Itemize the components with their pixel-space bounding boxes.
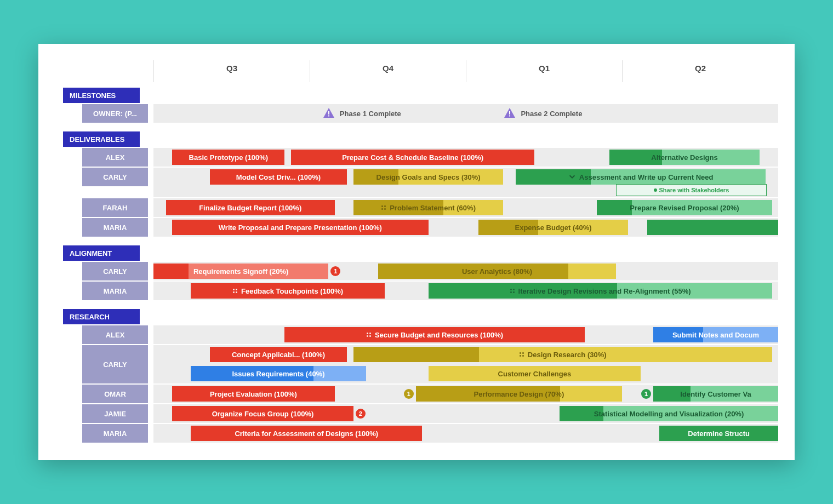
quarter-column: Q2 — [622, 60, 778, 82]
gantt-bar[interactable]: Concept Applicabl... (100%) — [210, 347, 347, 362]
bar-label: User Analytics (80%) — [462, 267, 532, 276]
gantt-bar[interactable]: Determine Structu — [659, 426, 778, 441]
gantt-track: Phase 1 CompletePhase 2 Complete — [153, 104, 778, 123]
gantt-bar[interactable]: Secure Budget and Resources (100%) — [284, 327, 584, 342]
gantt-bar[interactable]: Problem Statement (60%) — [353, 200, 504, 215]
gantt-bar[interactable]: Alternative Designs — [609, 150, 760, 165]
bar-label: Statistical Modelling and Visualization … — [594, 410, 744, 418]
row-owner-label[interactable]: MARIA — [82, 424, 148, 443]
bar-label: Problem Statement (60%) — [390, 204, 476, 212]
row-owner-label[interactable]: CARLY — [82, 345, 148, 383]
gantt-rows: MILESTONESOWNER: (P...Phase 1 CompletePh… — [55, 88, 778, 444]
bar-label: Model Cost Driv... (100%) — [236, 173, 321, 181]
row-owner-label[interactable]: ALEX — [82, 325, 148, 344]
svg-rect-3 — [509, 116, 510, 117]
quarter-column: Q4 — [310, 60, 466, 82]
row-owner-label[interactable]: JAMIE — [82, 404, 148, 423]
gantt-bar[interactable]: Design Research (30%) — [353, 347, 772, 362]
gantt-track: Criteria for Assessment of Designs (100%… — [153, 424, 778, 443]
bar-label: Finalize Budget Report (100%) — [199, 204, 301, 212]
svg-rect-1 — [328, 116, 329, 117]
subtask-icon — [381, 204, 386, 212]
gantt-bar[interactable]: Prepare Cost & Schedule Baseline (100%) — [291, 150, 535, 165]
gantt-bar[interactable]: Issues Requirements (40%) — [191, 366, 366, 381]
gantt-bar[interactable]: Organize Focus Group (100%) — [172, 406, 353, 421]
gantt-bar[interactable]: Criteria for Assessment of Designs (100%… — [191, 426, 422, 441]
gantt-bar[interactable]: Feedback Touchpoints (100%) — [191, 283, 384, 299]
bar-label: Design Goals and Specs (30%) — [376, 173, 481, 181]
bar-label: Concept Applicabl... (100%) — [232, 351, 325, 359]
bar-label: Design Research (30%) — [528, 351, 607, 359]
bar-label: Requirements Signoff (20%) — [193, 267, 288, 276]
gantt-track: Organize Focus Group (100%)2Statistical … — [153, 404, 778, 423]
count-badge: 1 — [330, 266, 340, 276]
gantt-track: Finalize Budget Report (100%)Problem Sta… — [153, 198, 778, 217]
row-owner-label[interactable]: FARAH — [82, 198, 148, 217]
gantt-bar[interactable]: Write Proposal and Prepare Presentation … — [172, 220, 428, 235]
gantt-bar[interactable]: Identify Customer Va — [653, 386, 778, 402]
gantt-bar[interactable]: Statistical Modelling and Visualization … — [560, 406, 778, 421]
row-owner-label[interactable]: CARLY — [82, 168, 148, 186]
bar-label: Issues Requirements (40%) — [232, 370, 324, 378]
bar-label: Customer Challenges — [498, 370, 572, 378]
row-owner-label[interactable]: CARLY — [82, 262, 148, 280]
svg-rect-2 — [509, 111, 510, 114]
subtask-icon — [519, 351, 524, 359]
gantt-bar[interactable]: Design Goals and Specs (30%) — [353, 169, 504, 185]
gantt-bar[interactable]: Finalize Budget Report (100%) — [166, 200, 335, 215]
milestone-marker[interactable]: Phase 1 Complete — [322, 106, 401, 121]
count-badge: 1 — [404, 389, 414, 399]
gantt-bar[interactable]: Model Cost Driv... (100%) — [210, 169, 347, 185]
row-owner-label[interactable]: OMAR — [82, 385, 148, 403]
count-badge: 1 — [641, 389, 651, 399]
chevron-down-icon — [568, 173, 576, 182]
gantt-bar[interactable]: Submit Notes and Docum — [653, 327, 778, 342]
row-owner-label[interactable]: ALEX — [82, 148, 148, 167]
subtask-icon — [366, 331, 372, 339]
gantt-bar[interactable]: Project Evaluation (100%) — [172, 386, 334, 402]
section-header[interactable]: MILESTONES — [63, 88, 140, 103]
quarter-header: Q3Q4Q1Q2 — [153, 60, 778, 82]
gantt-bar[interactable]: Prepare Revised Proposal (20%) — [597, 200, 772, 215]
bar-label: Criteria for Assessment of Designs (100%… — [235, 429, 378, 438]
gantt-subtask[interactable]: Share with Stakeholders — [616, 184, 767, 196]
gantt-bar[interactable]: Performance Design (70%) — [416, 386, 622, 402]
bar-label: Secure Budget and Resources (100%) — [375, 331, 503, 339]
bar-label: Alternative Designs — [651, 153, 717, 162]
bar-label: Assessment and Write up Current Need — [579, 173, 714, 181]
section-header[interactable]: DELIVERABLES — [63, 131, 140, 147]
gantt-track: Feedback Touchpoints (100%)Iterative Des… — [153, 282, 778, 300]
gantt-bar[interactable]: Assessment and Write up Current Need — [516, 169, 766, 185]
gantt-track: Requirements Signoff (20%)1User Analytic… — [153, 262, 778, 280]
milestone-marker[interactable]: Phase 2 Complete — [503, 106, 582, 121]
svg-rect-0 — [328, 111, 329, 114]
row-owner-label[interactable]: MARIA — [82, 282, 148, 300]
gantt-bar[interactable]: Basic Prototype (100%) — [172, 150, 284, 165]
gantt-bar[interactable] — [647, 220, 778, 235]
subtask-icon — [232, 287, 238, 295]
bar-label: Prepare Cost & Schedule Baseline (100%) — [342, 153, 483, 162]
gantt-track: Secure Budget and Resources (100%)Submit… — [153, 325, 778, 344]
bar-label: Organize Focus Group (100%) — [212, 410, 314, 418]
gantt-bar[interactable]: Customer Challenges — [429, 366, 641, 381]
gantt-bar[interactable]: Iterative Design Revisions and Re-Alignm… — [429, 283, 772, 299]
gantt-track: Basic Prototype (100%)Prepare Cost & Sch… — [153, 148, 778, 167]
bar-label: Performance Design (70%) — [474, 390, 564, 398]
gantt-track: Model Cost Driv... (100%)Design Goals an… — [153, 168, 778, 197]
bar-label: Submit Notes and Docum — [672, 331, 759, 339]
bar-label: Identify Customer Va — [680, 390, 751, 398]
gantt-bar[interactable]: Expense Budget (40%) — [478, 220, 629, 235]
row-owner-label[interactable]: OWNER: (P... — [82, 104, 148, 123]
section-header[interactable]: RESEARCH — [63, 309, 140, 324]
quarter-column: Q1 — [466, 60, 622, 82]
bar-label: Expense Budget (40%) — [515, 224, 592, 232]
count-badge: 2 — [356, 409, 366, 419]
gantt-panel: Q3Q4Q1Q2 MILESTONESOWNER: (P...Phase 1 C… — [38, 44, 795, 460]
bar-label: Project Evaluation (100%) — [210, 390, 297, 398]
gantt-bar[interactable]: User Analytics (80%) — [378, 264, 615, 279]
row-owner-label[interactable]: MARIA — [82, 218, 148, 237]
gantt-track: Concept Applicabl... (100%)Design Resear… — [153, 345, 778, 383]
gantt-bar[interactable]: Requirements Signoff (20%) — [153, 264, 328, 279]
section-header[interactable]: ALIGNMENT — [63, 245, 140, 261]
quarter-column: Q3 — [153, 60, 310, 82]
